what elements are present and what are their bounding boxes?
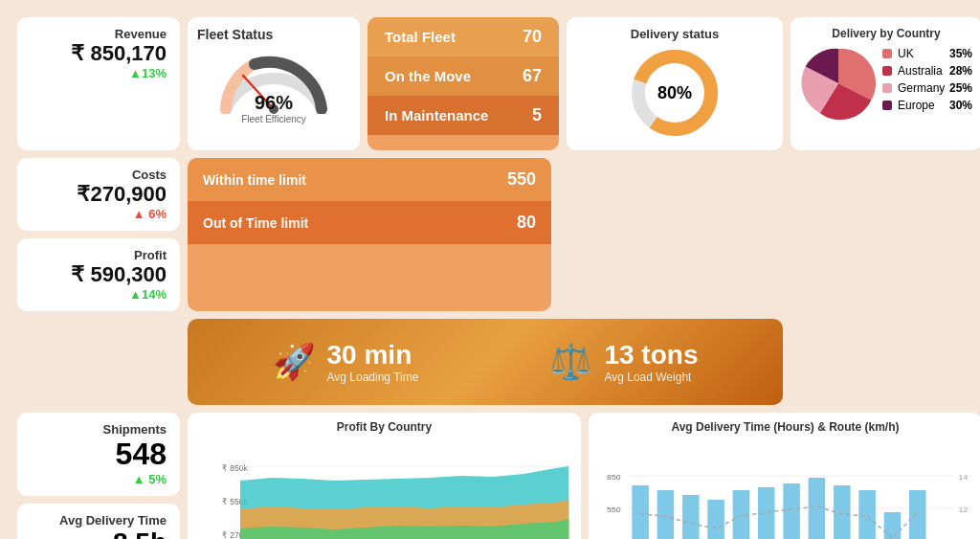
svg-rect-47 (809, 478, 826, 539)
profit-value: ₹ 590,300 (31, 262, 167, 287)
svg-text:₹ 850k: ₹ 850k (222, 463, 248, 473)
svg-rect-40 (632, 485, 649, 539)
australia-label: Australia (898, 64, 949, 78)
within-time-row: Within time limit 550 (188, 158, 551, 201)
profit-area-chart: ₹ 0k ₹ 270k ₹ 550k ₹ 850k Jan 2021 (195, 438, 573, 539)
europe-pct: 30% (949, 99, 972, 112)
legend-australia: Australia 28% (882, 62, 972, 79)
australia-pct: 28% (949, 64, 972, 78)
fleet-info-row-2: In Maintenance 5 (368, 96, 559, 135)
fleet-efficiency-pct: 96% (255, 92, 293, 114)
shipments-change: ▲ 5% (31, 472, 167, 486)
avg-delivery-card: Avg Delivery Time 8.5h ▼ 2% (17, 504, 180, 539)
delivery-status-card: Delivery status 80% (567, 17, 783, 150)
loading-weight-value: 13 tons (604, 340, 698, 371)
avg-delivery-value: 8.5h (31, 528, 167, 539)
germany-pct: 25% (949, 81, 972, 95)
delivery-time-chart-title: Avg Delivery Time (Hours) & Route (km/h) (596, 420, 974, 434)
svg-text:850: 850 (607, 472, 621, 482)
profit-card: Profit ₹ 590,300 ▲14% (17, 238, 180, 311)
shipments-value: 548 (31, 437, 167, 472)
delivery-status-title: Delivery status (576, 27, 773, 41)
loading-time-value: 30 min (327, 340, 419, 371)
uk-label: UK (898, 47, 949, 60)
svg-rect-42 (682, 495, 700, 539)
legend-europe: Europe 30% (882, 97, 972, 114)
revenue-label: Revenue (31, 27, 167, 41)
out-time-label: Out of Time limit (203, 215, 308, 231)
germany-dot (882, 83, 892, 93)
svg-rect-46 (783, 483, 800, 539)
delivery-country-title: Delivery by Country (800, 27, 972, 40)
uk-dot (882, 49, 892, 58)
profit-chart-card: Profit By Country ₹ 0k ₹ 270k ₹ 550k ₹ 8… (188, 413, 581, 539)
fleet-maint-label: In Maintenance (385, 107, 488, 124)
fleet-info-row-1: On the Move 67 (368, 56, 559, 96)
legend-uk: UK 35% (882, 45, 972, 62)
costs-label: Costs (31, 168, 167, 182)
fleet-status-title: Fleet Status (197, 27, 350, 42)
germany-label: Germany (898, 81, 949, 95)
svg-text:12: 12 (959, 505, 969, 514)
gauge-wrapper: 96% (216, 47, 331, 114)
revenue-value: ₹ 850,170 (31, 41, 167, 66)
within-time-label: Within time limit (203, 172, 306, 188)
delivery-pct: 80% (657, 83, 692, 103)
svg-rect-43 (707, 500, 724, 539)
avg-delivery-label: Avg Delivery Time (31, 513, 167, 528)
svg-text:550: 550 (607, 505, 621, 514)
fleet-move-value: 67 (523, 66, 542, 86)
profit-change: ▲14% (31, 287, 167, 302)
fleet-maint-value: 5 (532, 105, 542, 125)
svg-rect-48 (834, 485, 851, 539)
country-legend: UK 35% Australia 28% Germany 25% (882, 45, 972, 114)
within-time-value: 550 (507, 169, 536, 190)
fleet-total-value: 70 (523, 27, 542, 47)
shipments-label: Shipments (31, 422, 167, 437)
svg-rect-41 (657, 490, 675, 539)
fleet-move-label: On the Move (385, 68, 471, 84)
fleet-total-label: Total Fleet (385, 29, 456, 45)
costs-value: ₹270,900 (31, 182, 167, 207)
fleet-info-card: Total Fleet 70 On the Move 67 In Mainten… (368, 17, 559, 150)
bottom-kpis: Shipments 548 ▲ 5% Avg Delivery Time 8.5… (17, 413, 180, 539)
uk-pct: 35% (949, 47, 972, 60)
svg-rect-49 (858, 490, 876, 539)
delivery-bar-chart: 0 270 550 850 5 8 12 14 (596, 438, 974, 539)
shipments-card: Shipments 548 ▲ 5% (17, 413, 180, 496)
delivery-country-card: Delivery by Country UK 35% (791, 17, 980, 150)
loading-weight-label: Avg Load Weight (604, 371, 698, 384)
speedometer-icon: 🚀 (273, 342, 316, 382)
svg-rect-50 (884, 512, 902, 539)
delivery-time-chart-card: Avg Delivery Time (Hours) & Route (km/h)… (589, 413, 980, 539)
revenue-card: Revenue ₹ 850,170 ▲13% (17, 17, 180, 150)
costs-card: Costs ₹270,900 ▲ 6% (17, 158, 180, 231)
profit-label: Profit (31, 248, 167, 262)
out-time-row: Out of Time limit 80 (188, 201, 551, 244)
australia-dot (882, 66, 892, 76)
loading-banner: 🚀 30 min Avg Loading Time ⚖️ 13 tons Avg… (188, 319, 783, 405)
europe-label: Europe (898, 99, 949, 112)
fleet-efficiency-label: Fleet Efficiency (241, 114, 306, 124)
loading-weight-stat: ⚖️ 13 tons Avg Load Weight (549, 340, 698, 384)
fleet-status-card: Fleet Status 96% (188, 17, 360, 150)
weight-icon: ⚖️ (549, 342, 592, 382)
svg-text:14: 14 (959, 472, 969, 482)
loading-time-stat: 🚀 30 min Avg Loading Time (273, 340, 419, 384)
delivery-numbers-card: Within time limit 550 Out of Time limit … (188, 158, 551, 311)
pie-chart (800, 45, 877, 122)
middle-kpis: Costs ₹270,900 ▲ 6% Profit ₹ 590,300 ▲14… (17, 158, 180, 311)
fleet-info-row-0: Total Fleet 70 (368, 17, 559, 56)
revenue-change: ▲13% (31, 66, 167, 80)
costs-change: ▲ 6% (31, 207, 167, 221)
donut-chart: 80% (627, 45, 723, 141)
legend-germany: Germany 25% (882, 79, 972, 97)
profit-chart-title: Profit By Country (195, 420, 573, 434)
svg-rect-51 (909, 490, 926, 539)
europe-dot (882, 101, 892, 110)
loading-time-label: Avg Loading Time (327, 371, 419, 384)
out-time-value: 80 (517, 213, 536, 233)
